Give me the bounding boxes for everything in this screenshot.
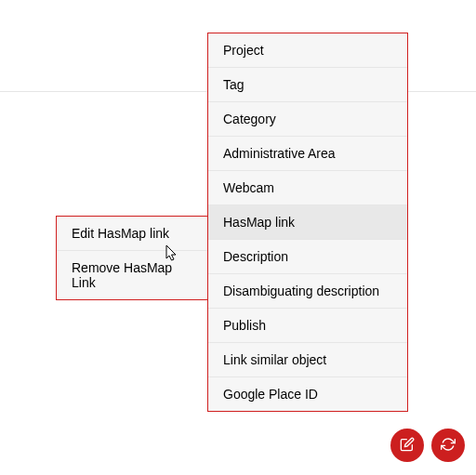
menu-item-project[interactable]: Project <box>208 33 407 68</box>
menu-item-google-place-id[interactable]: Google Place ID <box>208 377 407 411</box>
submenu-item-remove-hasmap-link[interactable]: Remove HasMap Link <box>57 251 207 299</box>
fab-container <box>390 429 465 462</box>
menu-item-category[interactable]: Category <box>208 102 407 137</box>
menu-item-description[interactable]: Description <box>208 240 407 274</box>
edit-button[interactable] <box>390 429 424 462</box>
edit-icon <box>400 437 415 455</box>
refresh-button[interactable] <box>431 429 465 462</box>
submenu-item-edit-hasmap-link[interactable]: Edit HasMap link <box>57 217 207 251</box>
menu-item-webcam[interactable]: Webcam <box>208 171 407 205</box>
menu-item-link-similar-object[interactable]: Link similar object <box>208 343 407 377</box>
menu-item-hasmap-link[interactable]: HasMap link <box>208 205 407 240</box>
menu-item-publish[interactable]: Publish <box>208 309 407 343</box>
menu-item-administrative-area[interactable]: Administrative Area <box>208 137 407 171</box>
menu-item-disambiguating-description[interactable]: Disambiguating description <box>208 274 407 309</box>
sub-context-menu: Edit HasMap link Remove HasMap Link <box>56 216 208 300</box>
refresh-icon <box>441 437 456 455</box>
main-context-menu: Project Tag Category Administrative Area… <box>207 33 408 412</box>
menu-item-tag[interactable]: Tag <box>208 68 407 102</box>
